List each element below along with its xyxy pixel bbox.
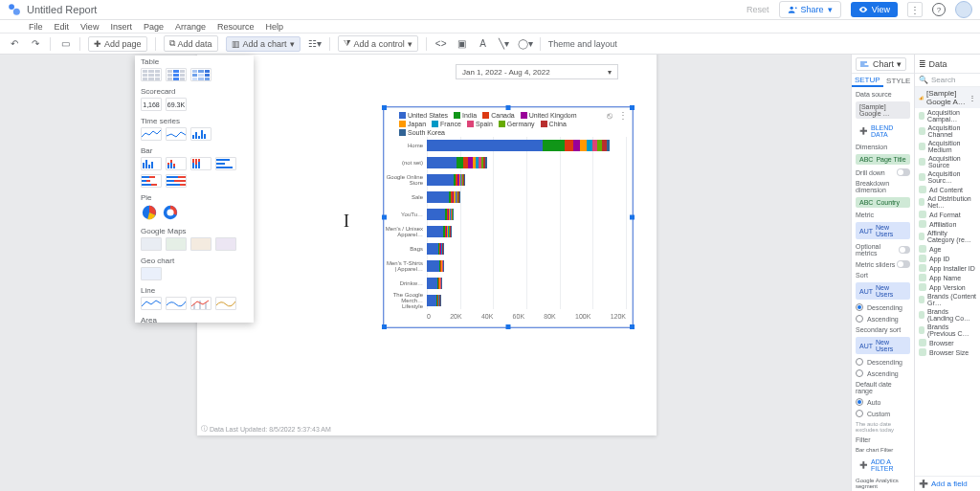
line-button[interactable]: ╲▾ (498, 37, 511, 51)
chart-type-smooth-line[interactable] (166, 297, 187, 310)
tab-setup[interactable]: SETUP (852, 74, 883, 87)
url-embed-button[interactable]: <> (434, 37, 448, 51)
field-item[interactable]: App Version (915, 282, 980, 292)
add-data-button[interactable]: ⧉ Add data (164, 35, 218, 52)
add-field-button[interactable]: ➕ Add a field (915, 476, 980, 491)
data-source-chip[interactable]: [Sample] Google … (856, 101, 910, 119)
field-item[interactable]: Browser (915, 338, 980, 347)
chart-type-sparkline[interactable] (166, 127, 187, 141)
field-item[interactable]: App Installer ID (915, 263, 980, 273)
data-source-header[interactable]: [Sample] Google A… ⋮ (915, 87, 980, 108)
community-viz-button[interactable]: ☷▾ (308, 37, 322, 51)
image-button[interactable]: ▣ (456, 37, 469, 51)
blend-data-link[interactable]: ➕BLEND DATA (856, 123, 910, 140)
menu-page[interactable]: Page (144, 22, 164, 32)
field-item[interactable]: Acquisition Sourc… (915, 169, 980, 185)
share-button[interactable]: Share ▾ (779, 1, 841, 18)
chart-type-heat-map[interactable] (190, 237, 212, 251)
add-control-button[interactable]: ⧩ Add a control ▾ (338, 35, 418, 52)
text-button[interactable]: A (477, 37, 490, 51)
field-item[interactable]: Brands (Previous C… (915, 323, 980, 338)
sort-asc-radio[interactable]: Ascending (856, 315, 910, 323)
chart-type-bubble-map[interactable] (141, 237, 162, 251)
chart-type-spark-bars[interactable] (190, 127, 212, 141)
chart-settings-icon[interactable]: ⎋ (607, 110, 612, 121)
help-button[interactable]: ? (932, 3, 946, 16)
tab-style[interactable]: STYLE (883, 74, 915, 87)
secondary-sort-chip[interactable]: AUTNew Users (856, 337, 910, 354)
field-item[interactable]: Ad Content (915, 185, 980, 194)
chart-type-picker[interactable]: Table Scorecard 1,168 69.3K Time series … (135, 56, 254, 323)
field-item[interactable]: Acquisition Channel (915, 123, 980, 139)
chart-type-bar-stacked[interactable] (141, 174, 162, 188)
chart-type-scorecard[interactable]: 1,168 (141, 98, 162, 111)
selection-tool[interactable]: ▭ (58, 37, 72, 51)
resize-handle[interactable] (506, 324, 511, 329)
chart-type-line-map[interactable] (215, 237, 236, 251)
chart-type-geo[interactable] (141, 267, 162, 280)
chart-type-bar[interactable] (215, 157, 236, 170)
account-avatar[interactable] (955, 1, 972, 18)
report-page[interactable]: Jan 1, 2022 - Aug 4, 2022 ▾ ⎋ ⋮ United S… (197, 35, 657, 435)
chart-type-column-100[interactable] (190, 157, 212, 170)
chart-type-line[interactable] (141, 297, 162, 310)
resize-handle[interactable] (630, 324, 635, 329)
chart-type-filled-map[interactable] (166, 237, 187, 251)
add-chart-button[interactable]: ▥ Add a chart ▾ (226, 36, 301, 52)
resize-handle[interactable] (630, 105, 635, 110)
sort-desc-radio[interactable]: Descending (856, 303, 910, 311)
bar-chart-component[interactable]: ⎋ ⋮ United StatesIndiaCanadaUnited Kingd… (384, 107, 633, 327)
field-item[interactable]: Acquisition Source (915, 154, 980, 169)
menu-view[interactable]: View (80, 22, 99, 32)
toggle-optional-metrics[interactable] (899, 246, 910, 254)
chart-type-column-stacked[interactable] (166, 157, 187, 170)
date-custom-radio[interactable]: Custom (856, 410, 910, 417)
breakdown-chip[interactable]: ABCCountry (856, 197, 910, 208)
date-auto-radio[interactable]: Auto (856, 398, 910, 406)
field-item[interactable]: Age (915, 244, 980, 254)
field-item[interactable]: App Name (915, 273, 980, 282)
more-options-button[interactable]: ⋮ (907, 2, 923, 17)
menu-help[interactable]: Help (266, 22, 284, 32)
reset-link[interactable]: Reset (746, 5, 769, 14)
add-filter-link[interactable]: ➕ADD A FILTER (856, 457, 910, 474)
menu-file[interactable]: File (29, 22, 43, 32)
toggle-metric-sliders[interactable] (897, 260, 910, 268)
resize-handle[interactable] (506, 105, 511, 110)
undo-button[interactable]: ↶ (8, 37, 21, 51)
field-item[interactable]: Browser Size (915, 347, 980, 357)
chart-type-donut[interactable] (162, 204, 179, 221)
redo-button[interactable]: ↷ (29, 37, 42, 51)
menu-edit[interactable]: Edit (55, 22, 70, 32)
field-item[interactable]: Ad Format (915, 210, 980, 219)
field-item[interactable]: Acquisition Medium (915, 139, 980, 154)
resize-handle[interactable] (382, 105, 387, 110)
theme-layout-button[interactable]: Theme and layout (548, 39, 617, 49)
chart-type-pie[interactable] (141, 204, 158, 221)
add-page-button[interactable]: ✚ Add page (88, 36, 147, 52)
sort-chip[interactable]: AUTNew Users (856, 282, 910, 300)
field-item[interactable]: Affiliation (915, 219, 980, 229)
field-search[interactable]: 🔍 Search (915, 74, 980, 87)
view-button[interactable]: View (851, 2, 898, 17)
menu-resource[interactable]: Resource (217, 22, 255, 32)
report-title[interactable]: Untitled Report (27, 4, 97, 15)
field-item[interactable]: Ad Distribution Net… (915, 194, 980, 210)
resize-handle[interactable] (630, 215, 635, 220)
chart-more-icon[interactable]: ⋮ (618, 110, 628, 121)
field-item[interactable]: Brands (Content Gr… (915, 292, 980, 307)
sec-sort-asc-radio[interactable]: Ascending (856, 369, 910, 377)
sec-sort-desc-radio[interactable]: Descending (856, 358, 910, 366)
chart-type-smooth-combo[interactable] (215, 297, 236, 310)
chart-type-table-bars[interactable] (166, 68, 187, 81)
canvas-area[interactable]: Jan 1, 2022 - Aug 4, 2022 ▾ ⎋ ⋮ United S… (0, 55, 980, 491)
resize-handle[interactable] (382, 324, 387, 329)
chart-type-bar-100[interactable] (166, 174, 187, 188)
field-item[interactable]: Brands (Landing Co… (915, 307, 980, 323)
chart-type-scorecard-compact[interactable]: 69.3K (166, 98, 187, 111)
menu-insert[interactable]: Insert (110, 22, 132, 32)
menu-arrange[interactable]: Arrange (175, 22, 206, 32)
chart-type-table-heat[interactable] (190, 68, 212, 81)
shape-button[interactable]: ◯▾ (519, 37, 532, 51)
chart-type-combo[interactable] (190, 297, 212, 310)
